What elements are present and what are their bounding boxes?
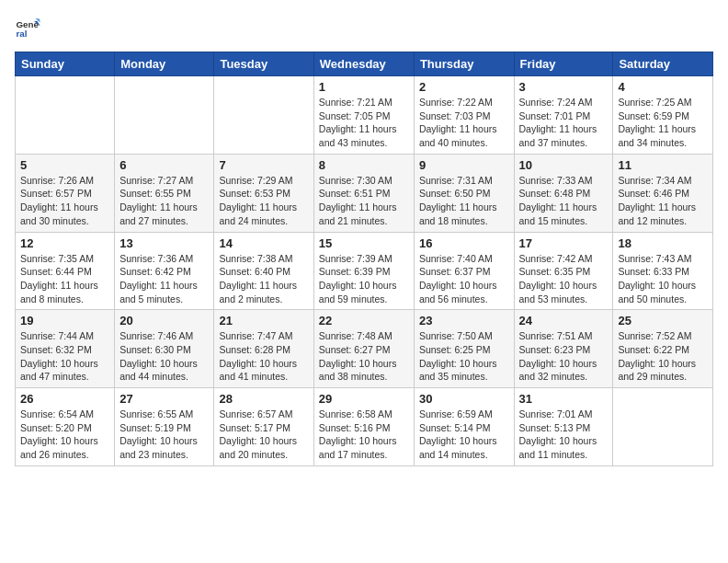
calendar-cell: 13Sunrise: 7:36 AM Sunset: 6:42 PM Dayli…	[115, 232, 214, 310]
day-header-wednesday: Wednesday	[313, 52, 414, 76]
day-number: 27	[119, 392, 209, 406]
calendar-cell: 15Sunrise: 7:39 AM Sunset: 6:39 PM Dayli…	[313, 232, 414, 310]
day-info: Sunrise: 7:40 AM Sunset: 6:37 PM Dayligh…	[419, 252, 509, 306]
calendar-cell: 28Sunrise: 6:57 AM Sunset: 5:17 PM Dayli…	[214, 388, 313, 466]
day-number: 15	[319, 236, 409, 250]
day-number: 17	[519, 236, 609, 250]
calendar-cell: 17Sunrise: 7:42 AM Sunset: 6:35 PM Dayli…	[514, 232, 613, 310]
calendar-cell: 14Sunrise: 7:38 AM Sunset: 6:40 PM Dayli…	[214, 232, 313, 310]
day-number: 3	[519, 80, 609, 94]
day-info: Sunrise: 7:27 AM Sunset: 6:55 PM Dayligh…	[119, 174, 209, 228]
day-number: 10	[519, 158, 609, 172]
calendar-cell: 20Sunrise: 7:46 AM Sunset: 6:30 PM Dayli…	[115, 310, 214, 388]
calendar-week-4: 19Sunrise: 7:44 AM Sunset: 6:32 PM Dayli…	[16, 310, 713, 388]
svg-text:ral: ral	[16, 29, 27, 39]
day-number: 9	[419, 158, 509, 172]
day-info: Sunrise: 7:36 AM Sunset: 6:42 PM Dayligh…	[119, 252, 209, 306]
day-info: Sunrise: 7:48 AM Sunset: 6:27 PM Dayligh…	[319, 329, 409, 384]
day-number: 29	[319, 392, 409, 406]
calendar-cell: 30Sunrise: 6:59 AM Sunset: 5:14 PM Dayli…	[414, 388, 514, 466]
day-info: Sunrise: 7:39 AM Sunset: 6:39 PM Dayligh…	[319, 252, 409, 306]
day-number: 5	[20, 158, 109, 172]
day-number: 16	[419, 236, 509, 250]
day-number: 7	[219, 158, 308, 172]
day-number: 18	[618, 236, 708, 250]
calendar-cell: 16Sunrise: 7:40 AM Sunset: 6:37 PM Dayli…	[414, 232, 514, 310]
calendar-header-row: SundayMondayTuesdayWednesdayThursdayFrid…	[16, 52, 713, 76]
day-number: 19	[20, 314, 109, 327]
calendar-week-1: 1Sunrise: 7:21 AM Sunset: 7:05 PM Daylig…	[16, 76, 713, 155]
day-info: Sunrise: 7:47 AM Sunset: 6:28 PM Dayligh…	[219, 329, 308, 384]
calendar-cell: 29Sunrise: 6:58 AM Sunset: 5:16 PM Dayli…	[313, 388, 414, 466]
day-number: 14	[219, 236, 308, 250]
calendar-cell: 22Sunrise: 7:48 AM Sunset: 6:27 PM Dayli…	[313, 310, 414, 388]
calendar-week-2: 5Sunrise: 7:26 AM Sunset: 6:57 PM Daylig…	[16, 154, 713, 232]
day-info: Sunrise: 7:24 AM Sunset: 7:01 PM Dayligh…	[519, 96, 609, 150]
calendar-cell	[115, 76, 214, 155]
day-info: Sunrise: 7:01 AM Sunset: 5:13 PM Dayligh…	[519, 408, 609, 462]
day-info: Sunrise: 7:46 AM Sunset: 6:30 PM Dayligh…	[119, 329, 209, 384]
day-number: 1	[319, 80, 409, 94]
day-info: Sunrise: 7:42 AM Sunset: 6:35 PM Dayligh…	[519, 252, 609, 306]
calendar-cell: 2Sunrise: 7:22 AM Sunset: 7:03 PM Daylig…	[414, 76, 514, 155]
calendar-cell: 5Sunrise: 7:26 AM Sunset: 6:57 PM Daylig…	[16, 154, 115, 232]
calendar-body: 1Sunrise: 7:21 AM Sunset: 7:05 PM Daylig…	[16, 76, 713, 466]
day-number: 4	[618, 80, 708, 94]
calendar-cell: 19Sunrise: 7:44 AM Sunset: 6:32 PM Dayli…	[16, 310, 115, 388]
day-number: 11	[618, 158, 708, 172]
day-info: Sunrise: 6:54 AM Sunset: 5:20 PM Dayligh…	[20, 408, 109, 462]
page-header: Gene ral	[15, 15, 713, 40]
day-number: 20	[119, 314, 209, 327]
day-number: 28	[219, 392, 308, 406]
day-info: Sunrise: 7:50 AM Sunset: 6:25 PM Dayligh…	[419, 329, 509, 384]
day-number: 12	[20, 236, 109, 250]
calendar-cell: 23Sunrise: 7:50 AM Sunset: 6:25 PM Dayli…	[414, 310, 514, 388]
calendar-cell: 25Sunrise: 7:52 AM Sunset: 6:22 PM Dayli…	[613, 310, 713, 388]
day-number: 13	[119, 236, 209, 250]
day-info: Sunrise: 7:52 AM Sunset: 6:22 PM Dayligh…	[618, 329, 708, 384]
calendar-cell: 11Sunrise: 7:34 AM Sunset: 6:46 PM Dayli…	[613, 154, 713, 232]
day-info: Sunrise: 6:55 AM Sunset: 5:19 PM Dayligh…	[119, 408, 209, 462]
day-info: Sunrise: 6:57 AM Sunset: 5:17 PM Dayligh…	[219, 408, 308, 462]
day-info: Sunrise: 7:33 AM Sunset: 6:48 PM Dayligh…	[519, 174, 609, 228]
calendar-cell	[214, 76, 313, 155]
day-info: Sunrise: 7:51 AM Sunset: 6:23 PM Dayligh…	[519, 329, 609, 384]
calendar-cell: 7Sunrise: 7:29 AM Sunset: 6:53 PM Daylig…	[214, 154, 313, 232]
calendar-cell: 18Sunrise: 7:43 AM Sunset: 6:33 PM Dayli…	[613, 232, 713, 310]
day-number: 31	[519, 392, 609, 406]
calendar-cell: 6Sunrise: 7:27 AM Sunset: 6:55 PM Daylig…	[115, 154, 214, 232]
day-info: Sunrise: 7:43 AM Sunset: 6:33 PM Dayligh…	[618, 252, 708, 306]
day-info: Sunrise: 7:35 AM Sunset: 6:44 PM Dayligh…	[20, 252, 109, 306]
calendar-cell: 8Sunrise: 7:30 AM Sunset: 6:51 PM Daylig…	[313, 154, 414, 232]
day-header-sunday: Sunday	[16, 52, 115, 76]
calendar-cell	[613, 388, 713, 466]
calendar-cell: 24Sunrise: 7:51 AM Sunset: 6:23 PM Dayli…	[514, 310, 613, 388]
day-number: 21	[219, 314, 308, 327]
day-info: Sunrise: 7:22 AM Sunset: 7:03 PM Dayligh…	[419, 96, 509, 150]
calendar-cell: 27Sunrise: 6:55 AM Sunset: 5:19 PM Dayli…	[115, 388, 214, 466]
day-info: Sunrise: 7:26 AM Sunset: 6:57 PM Dayligh…	[20, 174, 109, 228]
day-info: Sunrise: 7:38 AM Sunset: 6:40 PM Dayligh…	[219, 252, 308, 306]
calendar-cell	[16, 76, 115, 155]
day-header-thursday: Thursday	[414, 52, 514, 76]
day-info: Sunrise: 6:59 AM Sunset: 5:14 PM Dayligh…	[419, 408, 509, 462]
calendar-cell: 10Sunrise: 7:33 AM Sunset: 6:48 PM Dayli…	[514, 154, 613, 232]
day-header-friday: Friday	[514, 52, 613, 76]
calendar-cell: 12Sunrise: 7:35 AM Sunset: 6:44 PM Dayli…	[16, 232, 115, 310]
day-info: Sunrise: 7:31 AM Sunset: 6:50 PM Dayligh…	[419, 174, 509, 228]
day-info: Sunrise: 7:25 AM Sunset: 6:59 PM Dayligh…	[618, 96, 708, 150]
calendar-cell: 3Sunrise: 7:24 AM Sunset: 7:01 PM Daylig…	[514, 76, 613, 155]
day-info: Sunrise: 7:34 AM Sunset: 6:46 PM Dayligh…	[618, 174, 708, 228]
day-number: 8	[319, 158, 409, 172]
calendar-cell: 21Sunrise: 7:47 AM Sunset: 6:28 PM Dayli…	[214, 310, 313, 388]
day-number: 2	[419, 80, 509, 94]
logo-icon: Gene ral	[15, 15, 40, 40]
day-number: 26	[20, 392, 109, 406]
day-info: Sunrise: 7:21 AM Sunset: 7:05 PM Dayligh…	[319, 96, 409, 150]
day-number: 22	[319, 314, 409, 327]
day-header-monday: Monday	[115, 52, 214, 76]
calendar-week-3: 12Sunrise: 7:35 AM Sunset: 6:44 PM Dayli…	[16, 232, 713, 310]
day-number: 6	[119, 158, 209, 172]
calendar-cell: 1Sunrise: 7:21 AM Sunset: 7:05 PM Daylig…	[313, 76, 414, 155]
day-number: 30	[419, 392, 509, 406]
